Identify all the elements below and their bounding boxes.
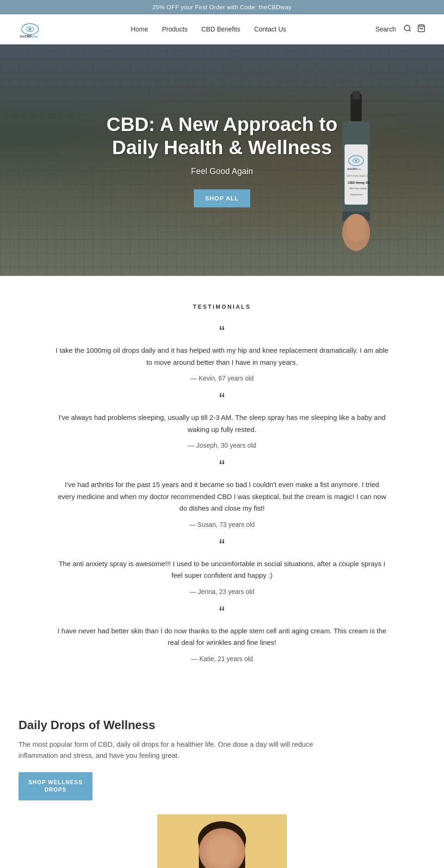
logo[interactable]: theCBDway [18, 20, 42, 38]
hero-title: CBD: A New Approach to Daily Health & We… [92, 113, 352, 160]
shop-all-button[interactable]: SHOP ALL [194, 189, 250, 207]
quote-mark-0: “ [37, 324, 407, 341]
site-header: theCBDway Home Products CBD Benefits Con… [0, 14, 444, 44]
announcement-text: 25% OFF your First Order with Code: theC… [152, 4, 291, 11]
daily-drops-title: Daily Drops of Wellness [18, 718, 426, 732]
hero-subtitle: Feel Good Again [92, 167, 352, 176]
logo-icon: theCBDway [18, 20, 42, 38]
nav-products[interactable]: Products [162, 25, 187, 33]
search-button[interactable] [403, 24, 412, 34]
svg-point-13 [355, 160, 358, 162]
nav-contact-us[interactable]: Contact Us [254, 25, 286, 33]
header-right: Search [376, 24, 426, 34]
testimonial-text-3: The anti anxiety spray is awesome!!! I u… [56, 558, 388, 581]
testimonial-item-3: “ The anti anxiety spray is awesome!!! I… [37, 537, 407, 595]
svg-rect-26 [199, 840, 208, 868]
testimonial-author-0: — Kevin, 67 years old [37, 375, 407, 382]
nav-home[interactable]: Home [131, 25, 148, 33]
svg-point-2 [29, 28, 31, 31]
main-nav: Home Products CBD Benefits Contact Us [131, 25, 286, 33]
cbd-bottle-svg: theCBDway WITH PURE HEMP CBD OIL CBD Hem… [324, 89, 388, 274]
announcement-bar: 25% OFF your First Order with Code: theC… [0, 0, 444, 14]
search-icon [403, 24, 412, 32]
svg-rect-8 [352, 91, 360, 100]
svg-text:CBD Hemp Oil: CBD Hemp Oil [348, 181, 370, 185]
testimonial-author-2: — Susan, 73 years old [37, 521, 407, 528]
testimonial-item-1: “ I've always had problems sleeping, usu… [37, 391, 407, 449]
testimonial-text-1: I've always had problems sleeping, usual… [56, 412, 388, 435]
svg-rect-27 [236, 840, 245, 868]
svg-rect-21 [347, 214, 365, 242]
svg-point-25 [198, 821, 246, 858]
testimonial-item-2: “ I've had arthritis for the past 15 yea… [37, 458, 407, 528]
hero-bottle: theCBDway WITH PURE HEMP CBD OIL CBD Hem… [324, 89, 388, 276]
testimonials-section: TESTIMONIALS “ I take the 1000mg oil dro… [0, 276, 444, 690]
daily-drops-description: The most popular form of CBD, daily oil … [18, 739, 333, 761]
shop-wellness-button[interactable]: SHOP WELLNESS DROPS [18, 772, 92, 801]
hero-content: CBD: A New Approach to Daily Health & We… [83, 104, 361, 217]
woman-bottle-image [157, 814, 287, 868]
header-icons [403, 24, 426, 34]
testimonial-author-4: — Katie, 21 years old [37, 655, 407, 662]
testimonial-text-2: I've had arthritis for the past 15 years… [56, 479, 388, 514]
testimonial-item-4: “ I have never had better skin than I do… [37, 605, 407, 662]
hero-section: CBD: A New Approach to Daily Health & We… [0, 44, 444, 276]
quote-mark-2: “ [37, 458, 407, 475]
svg-text:WITH PURE HEMP CBD OIL: WITH PURE HEMP CBD OIL [347, 175, 374, 177]
testimonial-author-1: — Joseph, 30 years old [37, 442, 407, 449]
svg-text:theCBDway: theCBDway [20, 35, 38, 38]
quote-mark-1: “ [37, 391, 407, 408]
quote-mark-3: “ [37, 537, 407, 554]
cart-button[interactable] [417, 24, 426, 34]
testimonial-text-0: I take the 1000mg oil drops daily and it… [56, 344, 388, 368]
testimonial-author-3: — Jenna, 23 years old [37, 588, 407, 595]
svg-line-5 [409, 30, 410, 31]
svg-text:theCBDway: theCBDway [347, 168, 362, 170]
quote-mark-4: “ [37, 605, 407, 621]
testimonial-item-0: “ I take the 1000mg oil drops daily and … [37, 324, 407, 382]
svg-point-4 [404, 25, 410, 31]
svg-text:Peppermint: Peppermint [351, 193, 363, 196]
nav-cbd-benefits[interactable]: CBD Benefits [201, 25, 240, 33]
woman-image [157, 814, 287, 868]
cart-icon [417, 24, 426, 32]
testimonial-text-4: I have never had better skin than I do n… [56, 625, 388, 649]
testimonials-label: TESTIMONIALS [37, 304, 407, 310]
search-label: Search [376, 25, 396, 33]
daily-drops-section: Daily Drops of Wellness The most popular… [0, 690, 444, 868]
svg-text:99% Pure Isolate: 99% Pure Isolate [349, 187, 367, 190]
